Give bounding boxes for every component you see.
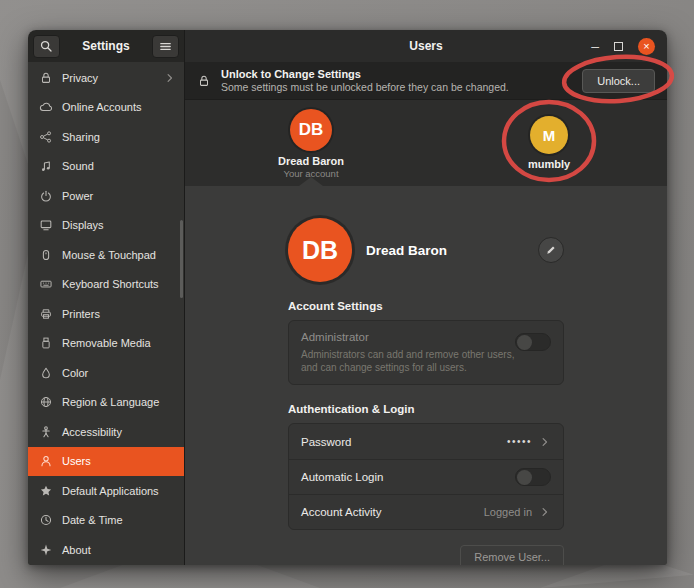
sidebar-item-keyboard-shortcuts[interactable]: Keyboard Shortcuts [28,270,184,300]
users-panel: Unlock to Change Settings Some settings … [185,62,667,565]
about-icon [39,543,53,557]
sidebar-item-label: Default Applications [62,485,159,497]
sidebar-scrollbar[interactable] [180,220,183,298]
password-row[interactable]: Password ••••• [289,424,563,459]
sidebar-item-sharing[interactable]: Sharing [28,122,184,152]
unlock-button[interactable]: Unlock... [582,69,655,93]
automatic-login-toggle[interactable] [515,468,551,486]
sidebar-item-label: Power [62,190,93,202]
app-title: Settings [60,39,152,53]
toggle-knob [517,470,532,485]
sidebar-item-label: Users [62,455,91,467]
unlock-banner-subtitle: Some settings must be unlocked before th… [221,81,509,93]
carousel-user-dread-baron[interactable]: DB Dread Baron Your account [268,109,354,179]
minimize-button[interactable]: – [591,41,599,51]
removable-media-icon [39,336,53,350]
search-button[interactable] [33,35,60,58]
sidebar: Privacy Online Accounts Sharing Sound Po… [28,62,185,565]
carousel-user-name: Dread Baron [268,155,354,167]
account-activity-label: Account Activity [301,506,382,518]
sidebar-item-label: About [62,544,91,556]
sidebar-item-mouse-touchpad[interactable]: Mouse & Touchpad [28,240,184,270]
share-icon [39,130,53,144]
sidebar-item-region-language[interactable]: Region & Language [28,388,184,418]
profile-name: Dread Baron [366,243,524,258]
auth-login-card: Password ••••• Automatic Login [288,423,564,530]
sidebar-item-label: Keyboard Shortcuts [62,278,159,290]
cloud-icon [39,100,53,114]
toggle-knob [517,335,532,350]
sidebar-item-color[interactable]: Color [28,358,184,388]
titlebar: Settings Users – × [28,30,667,62]
sidebar-item-about[interactable]: About [28,535,184,565]
color-icon [39,366,53,380]
account-activity-value: Logged in [484,506,532,518]
sidebar-item-label: Removable Media [62,337,151,349]
sidebar-item-label: Sound [62,160,94,172]
sidebar-item-default-applications[interactable]: Default Applications [28,476,184,506]
administrator-description: Administrators can add and remove other … [301,348,529,374]
clock-icon [39,513,53,527]
search-icon [39,39,54,54]
sidebar-item-label: Privacy [62,72,98,84]
sidebar-item-displays[interactable]: Displays [28,211,184,241]
profile-header: DB Dread Baron [288,218,564,282]
carousel-user-mumbly[interactable]: M mumbly [506,116,592,170]
sidebar-item-label: Online Accounts [62,101,142,113]
power-icon [39,189,53,203]
auth-login-heading: Authentication & Login [288,403,564,417]
hamburger-icon [158,39,173,54]
administrator-label: Administrator [301,331,551,343]
administrator-toggle[interactable] [515,333,551,351]
sidebar-item-label: Color [62,367,88,379]
globe-icon [39,395,53,409]
chevron-right-icon [539,436,551,448]
unlock-banner: Unlock to Change Settings Some settings … [185,62,667,100]
sidebar-header: Settings [28,30,185,62]
user-detail-panel: DB Dread Baron Account Settings Administ… [185,186,667,565]
sidebar-item-online-accounts[interactable]: Online Accounts [28,93,184,123]
avatar: DB [290,109,332,151]
unlock-banner-title: Unlock to Change Settings [221,68,509,80]
accessibility-icon [39,425,53,439]
star-icon [39,484,53,498]
password-label: Password [301,436,352,448]
sidebar-item-label: Mouse & Touchpad [62,249,156,261]
sidebar-item-label: Printers [62,308,100,320]
user-carousel: DB Dread Baron Your account M mumbly [185,100,667,186]
settings-window: Settings Users – × Privacy Online Accoun… [28,30,667,565]
sidebar-item-label: Date & Time [62,514,123,526]
chevron-right-icon [164,72,176,84]
sound-icon [39,159,53,173]
edit-name-button[interactable] [538,237,564,263]
automatic-login-label: Automatic Login [301,471,383,483]
sidebar-item-power[interactable]: Power [28,181,184,211]
mouse-icon [39,248,53,262]
display-icon [39,218,53,232]
sidebar-item-privacy[interactable]: Privacy [28,63,184,93]
sidebar-item-label: Accessibility [62,426,122,438]
sidebar-item-users[interactable]: Users [28,447,184,477]
automatic-login-row: Automatic Login [289,459,563,494]
menu-button[interactable] [152,35,179,58]
maximize-button[interactable] [614,42,623,51]
chevron-right-icon [539,506,551,518]
account-settings-heading: Account Settings [288,300,564,314]
account-activity-row[interactable]: Account Activity Logged in [289,494,563,529]
selected-user-caret [299,177,323,186]
sidebar-item-printers[interactable]: Printers [28,299,184,329]
carousel-user-name: mumbly [506,158,592,170]
sidebar-item-date-time[interactable]: Date & Time [28,506,184,536]
printer-icon [39,307,53,321]
sidebar-item-accessibility[interactable]: Accessibility [28,417,184,447]
avatar: M [530,116,568,154]
sidebar-item-sound[interactable]: Sound [28,152,184,182]
keyboard-icon [39,277,53,291]
sidebar-item-removable-media[interactable]: Removable Media [28,329,184,359]
password-value: ••••• [507,436,532,447]
remove-user-button[interactable]: Remove User... [460,545,564,565]
administrator-card: Administrator Administrators can add and… [288,320,564,385]
unlock-banner-text: Unlock to Change Settings Some settings … [221,68,509,93]
profile-avatar[interactable]: DB [288,218,352,282]
close-button[interactable]: × [638,38,655,55]
